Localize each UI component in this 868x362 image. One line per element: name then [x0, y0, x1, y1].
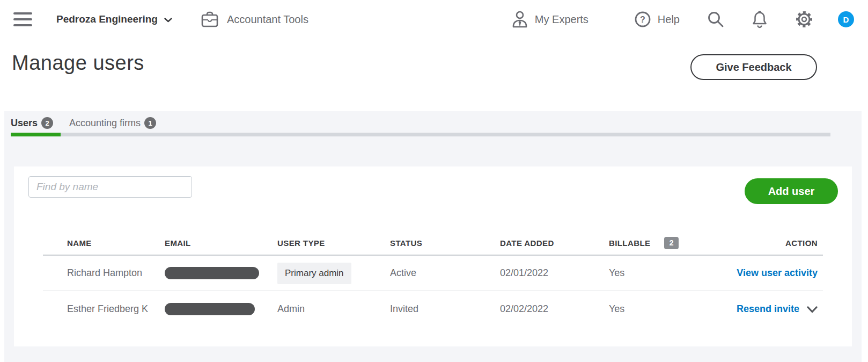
my-experts-button[interactable]: My Experts	[511, 10, 589, 28]
help-circle-icon: ?	[634, 11, 651, 28]
column-header-action: ACTION	[785, 238, 818, 248]
billable-header-label: BILLABLE	[609, 238, 650, 248]
cell-date-added: 02/01/2022	[500, 267, 609, 279]
column-header-user-type: USER TYPE	[277, 238, 390, 248]
tab-accounting-firms[interactable]: Accounting firms 1	[69, 117, 156, 129]
users-card: Add user NAME EMAIL USER TYPE STATUS DAT…	[14, 166, 852, 346]
users-table: NAME EMAIL USER TYPE STATUS DATE ADDED B…	[43, 231, 823, 327]
cell-status: Invited	[390, 303, 500, 315]
hamburger-menu-icon[interactable]	[13, 12, 32, 26]
table-row: Esther Friedberg K Admin Invited 02/02/2…	[43, 291, 823, 327]
table-header-row: NAME EMAIL USER TYPE STATUS DATE ADDED B…	[43, 231, 823, 256]
card-toolbar: Add user	[14, 166, 852, 204]
bell-icon	[752, 10, 768, 28]
cell-action: View user activity	[737, 267, 818, 279]
cell-date-added: 02/02/2022	[500, 303, 609, 315]
help-label: Help	[658, 13, 680, 26]
search-icon	[707, 10, 725, 28]
company-name: Pedroza Engineering	[56, 13, 158, 25]
tab-bar: Users 2 Accounting firms 1	[4, 111, 862, 131]
search-button[interactable]	[707, 10, 725, 28]
column-header-billable: BILLABLE 2	[609, 237, 713, 249]
tab-users-label: Users	[11, 118, 38, 129]
page-title: Manage users	[12, 52, 144, 75]
page-header: Manage users Give Feedback	[0, 39, 868, 111]
column-header-email: EMAIL	[165, 238, 277, 248]
cell-email	[165, 303, 277, 315]
notifications-button[interactable]	[752, 10, 768, 28]
column-header-date-added: DATE ADDED	[500, 238, 609, 248]
svg-text:?: ?	[640, 15, 645, 24]
active-tab-indicator	[11, 133, 61, 136]
top-navbar: Pedroza Engineering Accountant Tools My …	[0, 0, 868, 39]
accountant-tools-button[interactable]: Accountant Tools	[200, 10, 308, 28]
tab-accounting-firms-count-badge: 1	[144, 117, 156, 129]
cell-billable: Yes	[609, 303, 713, 315]
tab-users[interactable]: Users 2	[11, 117, 53, 129]
settings-button[interactable]	[795, 10, 814, 29]
manage-users-panel: Users 2 Accounting firms 1 Add user NAME…	[4, 111, 862, 362]
avatar-initial: D	[843, 15, 849, 24]
chevron-down-icon	[164, 18, 172, 23]
cell-name: Richard Hampton	[67, 267, 165, 279]
chevron-down-icon[interactable]	[807, 306, 818, 313]
tab-users-count-badge: 2	[41, 117, 53, 129]
navbar-right-group: My Experts ? Help	[511, 10, 854, 29]
company-selector[interactable]: Pedroza Engineering	[56, 13, 172, 25]
redacted-email	[165, 303, 255, 315]
tab-track	[11, 133, 830, 136]
gear-icon	[795, 10, 814, 29]
help-button[interactable]: ? Help	[634, 11, 680, 28]
cell-name: Esther Friedberg K	[67, 303, 165, 315]
give-feedback-button[interactable]: Give Feedback	[690, 54, 817, 80]
cell-user-type: Primary admin	[277, 263, 390, 284]
user-avatar[interactable]: D	[838, 11, 854, 27]
table-row: Richard Hampton Primary admin Active 02/…	[43, 256, 823, 291]
cell-action: Resend invite	[737, 303, 818, 315]
my-experts-label: My Experts	[535, 13, 589, 26]
person-icon	[511, 10, 528, 28]
cell-user-type: Admin	[277, 303, 390, 315]
column-header-name: NAME	[67, 238, 165, 248]
redacted-email	[165, 267, 259, 279]
primary-admin-chip: Primary admin	[277, 263, 351, 284]
cell-billable: Yes	[609, 267, 713, 279]
view-user-activity-link[interactable]: View user activity	[737, 267, 818, 279]
accountant-tools-label: Accountant Tools	[227, 13, 308, 26]
add-user-button[interactable]: Add user	[745, 178, 838, 204]
briefcase-icon	[200, 10, 219, 28]
resend-invite-link[interactable]: Resend invite	[737, 303, 799, 315]
cell-email	[165, 267, 277, 279]
tab-accounting-firms-label: Accounting firms	[69, 118, 141, 129]
cell-status: Active	[390, 267, 500, 279]
billable-count-badge: 2	[664, 237, 679, 249]
column-header-status: STATUS	[390, 238, 500, 248]
find-by-name-input[interactable]	[28, 176, 192, 198]
